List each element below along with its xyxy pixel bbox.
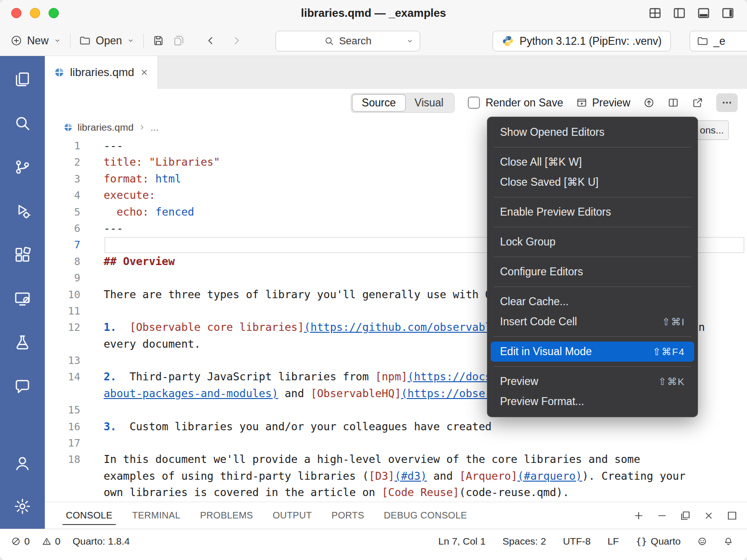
open-in-new-window-icon[interactable] — [692, 97, 703, 108]
quarto-version[interactable]: Quarto: 1.8.4 — [72, 534, 130, 548]
activity-run-debug-icon[interactable] — [11, 200, 34, 222]
menu-item-close-all-k-w[interactable]: Close All [⌘K W] — [491, 152, 694, 172]
line-number: 6 — [45, 220, 80, 237]
code-line[interactable]: 18In this document we'll provide a high-… — [45, 451, 747, 468]
menu-item-configure-editors[interactable]: Configure Editors — [491, 262, 694, 282]
menu-item-close-saved-k-u[interactable]: Close Saved [⌘K U] — [491, 172, 694, 192]
menu-item-preview[interactable]: Preview⇧⌘K — [491, 371, 694, 392]
activity-extensions-icon[interactable] — [11, 244, 34, 266]
menu-item-edit-in-visual-mode[interactable]: Edit in Visual Mode⇧⌘F4 — [491, 342, 694, 362]
source-mode-button[interactable]: Source — [352, 95, 405, 111]
back-button[interactable] — [204, 35, 217, 47]
menu-item-shortcut: ⇧⌘K — [658, 376, 685, 387]
new-button-label: New — [27, 35, 49, 47]
menu-item-label: Enable Preview Editors — [500, 206, 611, 218]
activity-settings-gear-icon[interactable] — [11, 495, 34, 518]
publish-icon[interactable] — [643, 97, 655, 108]
code-line[interactable]: 163. Custom libraries you and/or your co… — [45, 419, 747, 435]
panel-close-icon[interactable] — [703, 510, 714, 521]
code-line-text: ## Overview — [104, 253, 175, 270]
code-line-text: In this document we'll provide a high-le… — [104, 451, 640, 468]
code-line-text: format: html — [104, 171, 181, 187]
menu-item-show-opened-editors[interactable]: Show Opened Editors — [491, 122, 694, 142]
preview-button-label: Preview — [592, 97, 630, 109]
activity-explorer-icon[interactable] — [11, 68, 34, 91]
language-mode[interactable]: {} Quarto — [636, 534, 681, 548]
workspace-button[interactable]: _e — [690, 31, 747, 51]
encoding-setting[interactable]: UTF-8 — [563, 534, 591, 548]
customize-layout-icon[interactable] — [648, 6, 662, 20]
menu-item-preview-format[interactable]: Preview Format... — [491, 392, 694, 412]
preview-button[interactable]: Preview — [576, 97, 630, 109]
breadcrumb-file[interactable]: libraries.qmd — [78, 122, 134, 133]
warnings-icon — [42, 537, 51, 546]
activity-bar — [0, 56, 45, 529]
panel-tab-output[interactable]: OUTPUT — [263, 502, 322, 529]
errors-count: 0 — [24, 536, 30, 547]
toolbar-divider — [143, 34, 144, 48]
open-button-label: Open — [96, 35, 122, 47]
line-number: 2 — [45, 154, 80, 170]
panel-tab-ports[interactable]: PORTS — [322, 502, 374, 529]
tab-close-icon[interactable] — [140, 68, 149, 77]
notifications-button[interactable] — [724, 534, 733, 548]
menu-item-label: Lock Group — [500, 236, 556, 248]
menu-item-enable-preview-editors[interactable]: Enable Preview Editors — [491, 202, 694, 222]
code-line[interactable]: examples of using third-party libraries … — [45, 468, 747, 484]
preview-icon — [576, 97, 587, 108]
panel-tab-problems[interactable]: PROBLEMS — [190, 502, 263, 529]
panel-tab-console[interactable]: CONSOLE — [56, 502, 122, 529]
menu-item-lock-group[interactable]: Lock Group — [491, 232, 694, 252]
eol-setting[interactable]: LF — [607, 534, 619, 548]
more-actions-button[interactable] — [716, 93, 738, 112]
save-all-button[interactable] — [173, 35, 185, 47]
code-line[interactable]: own libraries is covered in the article … — [45, 484, 747, 501]
activity-source-control-icon[interactable] — [11, 156, 34, 178]
panel-maximize-panel-icon[interactable] — [726, 510, 738, 521]
activity-testing-icon[interactable] — [11, 331, 34, 354]
problems-warnings[interactable]: 0 — [42, 534, 61, 548]
tab-strip: libraries.qmd — [45, 56, 747, 89]
panel-tab-terminal[interactable]: TERMINAL — [122, 502, 190, 529]
breadcrumb-more[interactable]: ... — [150, 122, 159, 133]
tab-libraries-qmd[interactable]: libraries.qmd — [45, 56, 158, 89]
menu-item-insert-code-cell[interactable]: Insert Code Cell⇧⌘I — [491, 312, 694, 332]
toggle-primary-sidebar-icon[interactable] — [672, 6, 686, 20]
status-bar: 0 0 Quarto: 1.8.4 Ln 7, Col 1 Spaces: 2 … — [0, 529, 747, 560]
activity-account-icon[interactable] — [11, 452, 34, 475]
panel-plus-icon[interactable] — [633, 510, 644, 521]
folder-icon — [79, 35, 91, 47]
code-line-text: --- — [104, 138, 123, 154]
line-number: 3 — [45, 171, 80, 187]
panel-restore-panel-icon[interactable] — [680, 510, 691, 521]
split-editor-icon[interactable] — [668, 97, 679, 108]
interpreter-selector[interactable]: Python 3.12.1 (PipEnv: .venv) — [493, 31, 671, 51]
panel-minus-icon[interactable] — [656, 510, 668, 521]
render-on-save-toggle[interactable]: Render on Save — [468, 97, 563, 109]
menu-item-clear-cache[interactable]: Clear Cache... — [491, 292, 694, 312]
toggle-secondary-sidebar-icon[interactable] — [721, 6, 735, 20]
code-line[interactable]: 17 — [45, 435, 747, 451]
new-button[interactable]: New — [10, 35, 62, 47]
open-button[interactable]: Open — [79, 35, 135, 47]
tab-label: libraries.qmd — [70, 66, 134, 79]
activity-search-icon[interactable] — [11, 112, 34, 134]
save-button[interactable] — [152, 35, 164, 47]
activity-sessions-icon[interactable] — [11, 287, 34, 310]
sessions-icon — [14, 290, 31, 308]
problems-errors[interactable]: 0 — [11, 534, 30, 548]
indentation-setting[interactable]: Spaces: 2 — [502, 534, 546, 548]
cursor-position[interactable]: Ln 7, Col 1 — [438, 534, 486, 548]
line-number: 7 — [45, 237, 80, 253]
activity-chat-icon[interactable] — [11, 375, 34, 398]
extensions-icon — [14, 246, 31, 264]
smiley-icon — [698, 537, 707, 546]
toggle-panel-icon[interactable] — [697, 6, 711, 20]
run-debug-icon — [14, 202, 31, 220]
visual-mode-button[interactable]: Visual — [405, 95, 453, 111]
global-search-input[interactable]: Search — [275, 31, 420, 51]
feedback-button[interactable] — [698, 534, 707, 548]
render-on-save-checkbox[interactable] — [468, 97, 480, 109]
panel-tab-debug-console[interactable]: DEBUG CONSOLE — [374, 502, 477, 529]
forward-button[interactable] — [231, 35, 243, 47]
